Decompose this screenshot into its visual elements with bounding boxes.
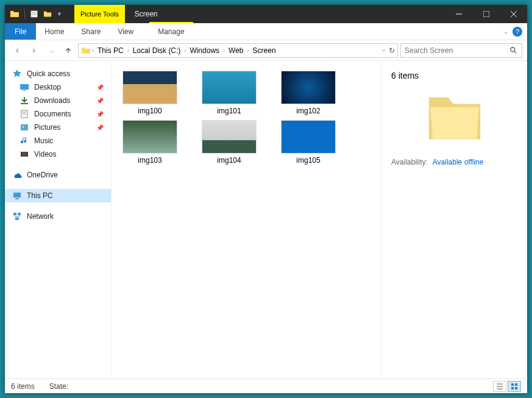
folder-preview-icon [421, 88, 488, 146]
onedrive-icon [12, 170, 22, 180]
minimize-button[interactable] [445, 5, 472, 23]
thumbnail [202, 120, 257, 154]
back-button[interactable] [10, 43, 24, 58]
search-box[interactable] [400, 43, 522, 58]
breadcrumb-item[interactable]: Windows [187, 46, 222, 55]
tab-share[interactable]: Share [73, 23, 109, 40]
sidebar-label: Music [34, 137, 53, 145]
chevron-right-icon[interactable]: › [184, 48, 186, 54]
svg-rect-4 [483, 11, 489, 17]
pictures-icon [20, 123, 29, 132]
navigation-pane: Quick access Desktop 📌 Downloads 📌 Docum… [5, 61, 112, 378]
recent-locations-icon[interactable]: ⌵ [44, 43, 59, 58]
quick-access-header[interactable]: Quick access [5, 67, 111, 80]
sidebar-item-videos[interactable]: Videos [5, 147, 111, 161]
quick-access-toolbar: ▼ [5, 9, 67, 19]
sidebar-item-onedrive[interactable]: OneDrive [5, 168, 111, 182]
file-item[interactable]: img105 [275, 120, 342, 165]
svg-line-8 [514, 51, 517, 53]
help-icon[interactable]: ? [512, 27, 522, 37]
ribbon-expand-icon[interactable]: ⌵ [499, 28, 512, 35]
pin-icon: 📌 [96, 98, 104, 104]
svg-rect-30 [515, 387, 517, 389]
breadcrumb-item[interactable]: This PC [95, 46, 126, 55]
svg-rect-18 [27, 152, 28, 157]
svg-rect-19 [13, 193, 21, 197]
new-folder-icon[interactable] [43, 10, 52, 18]
sidebar-item-this-pc[interactable]: This PC [5, 189, 111, 202]
star-icon [12, 69, 22, 79]
ribbon-tabs: File Home Share View Manage ⌵ ? [5, 23, 527, 40]
availability-label: Availability: [391, 158, 428, 166]
thumbnail [281, 120, 336, 154]
chevron-right-icon[interactable]: › [127, 48, 129, 54]
chevron-right-icon[interactable]: › [92, 48, 94, 54]
music-icon [20, 136, 29, 146]
svg-rect-17 [21, 152, 22, 157]
forward-button[interactable] [27, 43, 41, 58]
navigation-bar: ⌵ › This PC › Local Disk (C:) › Windows … [5, 40, 527, 61]
breadcrumb-item[interactable]: Web [226, 46, 246, 55]
breadcrumb-item[interactable]: Screen [250, 46, 278, 55]
file-item[interactable]: img102 [275, 71, 342, 115]
file-item[interactable]: img101 [196, 71, 263, 115]
svg-rect-22 [18, 213, 21, 215]
file-name: img101 [217, 107, 241, 115]
sidebar-label: Downloads [34, 96, 70, 105]
contextual-tab-header: Picture Tools [74, 5, 125, 23]
svg-rect-10 [23, 90, 26, 91]
svg-rect-20 [15, 198, 19, 199]
svg-point-7 [511, 47, 515, 51]
search-input[interactable] [405, 46, 509, 55]
svg-rect-28 [515, 383, 517, 386]
qat-dropdown-icon[interactable]: ▼ [57, 11, 62, 17]
documents-icon [20, 109, 29, 119]
sidebar-label: Documents [34, 110, 71, 118]
svg-rect-1 [32, 12, 37, 13]
file-item[interactable]: img103 [116, 120, 183, 165]
explorer-body: Quick access Desktop 📌 Downloads 📌 Docum… [5, 61, 527, 378]
file-name: img100 [138, 107, 161, 115]
content-area: img100 img101 img102 img103 [112, 61, 527, 378]
thumbnails-view-button[interactable] [508, 381, 521, 392]
window-title: Screen [125, 10, 168, 18]
properties-icon[interactable] [30, 10, 38, 18]
items-view[interactable]: img100 img101 img102 img103 [112, 61, 381, 378]
downloads-icon [20, 96, 29, 105]
up-button[interactable] [61, 43, 76, 58]
search-icon[interactable] [509, 46, 518, 55]
file-item[interactable]: img100 [116, 71, 183, 115]
tab-home[interactable]: Home [36, 23, 73, 40]
close-button[interactable] [500, 5, 527, 23]
sidebar-item-music[interactable]: Music [5, 134, 111, 147]
sidebar-item-desktop[interactable]: Desktop 📌 [5, 80, 111, 94]
maximize-button[interactable] [472, 5, 500, 23]
details-view-button[interactable] [493, 381, 506, 392]
chevron-right-icon[interactable]: › [223, 48, 225, 54]
file-item[interactable]: img104 [196, 120, 263, 165]
svg-rect-2 [32, 14, 37, 15]
sidebar-item-downloads[interactable]: Downloads 📌 [5, 94, 111, 107]
address-bar[interactable]: › This PC › Local Disk (C:) › Windows › … [78, 43, 398, 58]
qat-divider [24, 9, 25, 19]
sidebar-item-pictures[interactable]: Pictures 📌 [5, 121, 111, 134]
thumbnail [122, 71, 177, 104]
sidebar-label: Videos [34, 150, 56, 158]
desktop-icon [20, 82, 29, 92]
refresh-icon[interactable]: ↻ [389, 46, 395, 55]
pin-icon: 📌 [96, 84, 104, 91]
chevron-right-icon[interactable]: › [247, 48, 249, 54]
sidebar-item-network[interactable]: Network [5, 210, 111, 223]
address-dropdown-icon[interactable]: ⌵ [382, 46, 385, 55]
breadcrumb-item[interactable]: Local Disk (C:) [130, 46, 183, 55]
svg-rect-21 [13, 213, 16, 215]
folder-icon [81, 46, 91, 55]
status-bar: 6 items State: [5, 378, 527, 393]
tab-manage[interactable]: Manage [149, 23, 193, 40]
tab-view[interactable]: View [109, 23, 142, 40]
file-tab[interactable]: File [5, 23, 36, 40]
sidebar-item-documents[interactable]: Documents 📌 [5, 107, 111, 121]
explorer-window: ▼ Picture Tools Screen File Home Share V… [5, 5, 527, 393]
file-name: img104 [217, 156, 241, 165]
pin-icon: 📌 [96, 124, 104, 131]
